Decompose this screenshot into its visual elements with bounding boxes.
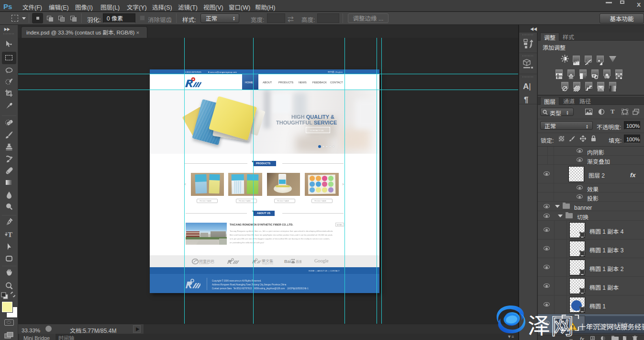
svg-text:Rongwen Group: Rongwen Group	[262, 262, 273, 265]
svg-text:百度: 百度	[296, 259, 301, 264]
svg-text:阿里巴巴: 阿里巴巴	[199, 259, 214, 264]
svg-text:Bai: Bai	[284, 258, 291, 264]
svg-text:T: T	[8, 231, 12, 238]
